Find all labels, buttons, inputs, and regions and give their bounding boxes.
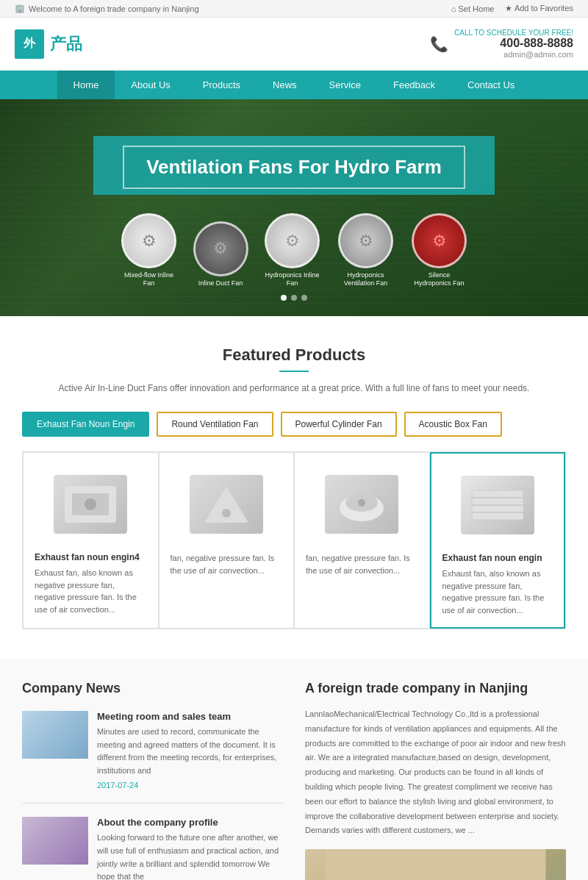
news-item-2: About the company profile Looking forwar… — [22, 817, 283, 880]
product-card-1: Exhaust fan noun engin4 Exhaust fan, als… — [23, 452, 159, 629]
news-title: Company News — [22, 681, 283, 696]
logo-icon-box: 外 — [15, 29, 44, 59]
product-img-4 — [442, 465, 553, 545]
product-label-1: Mixed-flow Inline Fan — [120, 271, 179, 287]
hero-title-border: Ventilation Fans For Hydro Farm — [123, 146, 465, 189]
email-address: admin@admin.com — [454, 50, 573, 59]
news-thumb-2 — [22, 817, 88, 865]
welcome-text: Welcome to A foreign trade company in Na… — [29, 4, 199, 13]
news-item-title-1: Meeting room and sales team — [97, 711, 283, 722]
hero-dot-3[interactable] — [301, 295, 307, 301]
product-img-3 — [306, 464, 418, 545]
home-icon: ⌂ — [451, 4, 456, 13]
product-desc-2: fan, negative pressure fan. Is the use o… — [171, 552, 283, 576]
product-card-2: fan, negative pressure fan. Is the use o… — [159, 452, 295, 629]
main-nav: Home About Us Products News Service Feed… — [0, 71, 588, 99]
nav-products[interactable]: Products — [187, 71, 257, 99]
logo-text: 产品 — [50, 33, 82, 55]
hero-title-box: Ventilation Fans For Hydro Farm — [93, 136, 495, 195]
svg-point-2 — [85, 498, 96, 510]
hero-product-4: ⚙ Hydroponics Ventilation Fan — [337, 213, 395, 287]
hero-product-5: ⚙ Silence Hydroponics Fan — [410, 213, 469, 287]
news-content-1: Meeting room and sales team Minutes are … — [97, 711, 283, 790]
product-circle-3: ⚙ — [265, 213, 320, 268]
product-label-3: Hydroponics Inline Fan — [263, 271, 322, 287]
fan-img-3 — [325, 475, 398, 534]
news-item-1: Meeting room and sales team Minutes are … — [22, 711, 283, 804]
hero-banner: Ventilation Fans For Hydro Farm ⚙ Mixed-… — [0, 99, 588, 316]
top-bar-actions: ⌂ Set Home ★ Add to Favorites — [451, 4, 573, 13]
add-favorites-link[interactable]: ★ Add to Favorites — [505, 4, 573, 13]
svg-rect-12 — [326, 849, 546, 880]
product-desc-3: fan, negative pressure fan. Is the use o… — [306, 552, 418, 576]
product-circle-5: ⚙ — [412, 213, 467, 268]
info-icon: 🏢 — [15, 4, 25, 13]
news-item-desc-2: Looking forward to the future one after … — [97, 831, 283, 880]
product-img-1 — [35, 464, 147, 545]
product-img-2 — [171, 464, 283, 545]
product-desc-1: Exhaust fan, also known as negative pres… — [35, 567, 147, 615]
logo-char: 外 — [24, 36, 35, 51]
news-item-desc-1: Minutes are used to record, communicate … — [97, 726, 283, 777]
news-item-title-2: About the company profile — [97, 817, 283, 828]
news-date-1: 2017-07-24 — [97, 781, 283, 790]
tab-round-ventilation[interactable]: Round Ventilation Fan — [157, 412, 273, 437]
header: 外 产品 📞 CALL TO SCHEDULE YOUR FREE! 400-8… — [0, 18, 588, 71]
featured-desc: Active Air In-Line Duct Fans offer innov… — [22, 383, 566, 393]
fan-img-4 — [461, 476, 534, 534]
news-thumb-1 — [22, 711, 88, 759]
star-icon: ★ — [505, 4, 512, 12]
product-card-3: fan, negative pressure fan. Is the use o… — [294, 452, 430, 629]
top-bar-welcome: 🏢 Welcome to A foreign trade company in … — [15, 4, 199, 13]
product-name-1: Exhaust fan noun engin4 — [35, 552, 147, 562]
fan-img-2 — [190, 475, 263, 534]
nav-news[interactable]: News — [257, 71, 313, 99]
nav-feedback[interactable]: Feedback — [377, 71, 451, 99]
product-label-4: Hydroponics Ventilation Fan — [337, 271, 395, 287]
company-desc: LannlaoMechanical/Electrical Technology … — [305, 707, 566, 838]
hero-product-3: ⚙ Hydroponics Inline Fan — [263, 213, 322, 287]
hero-title: Ventilation Fans For Hydro Farm — [146, 156, 442, 179]
news-section: Company News Meeting room and sales team… — [22, 681, 283, 880]
nav-about[interactable]: About Us — [115, 71, 186, 99]
header-contact: 📞 CALL TO SCHEDULE YOUR FREE! 400-888-88… — [430, 29, 573, 59]
product-circle-1: ⚙ — [121, 213, 176, 268]
hero-dot-2[interactable] — [291, 295, 297, 301]
product-label-5: Silence Hydroponics Fan — [410, 271, 469, 287]
nav-home[interactable]: Home — [57, 71, 115, 99]
product-desc-4: Exhaust fan, also known as negative pres… — [442, 568, 553, 616]
title-underline — [279, 371, 309, 372]
featured-title: Featured Products — [22, 346, 566, 365]
product-label-2: Inline Duct Fan — [198, 279, 243, 287]
product-name-4: Exhaust fan noun engin — [442, 553, 553, 563]
call-label: CALL TO SCHEDULE YOUR FREE! — [454, 29, 573, 37]
news-content-2: About the company profile Looking forwar… — [97, 817, 283, 880]
phone-icon: 📞 — [430, 35, 448, 53]
svg-point-7 — [358, 499, 365, 507]
product-circle-2: ⚙ — [193, 221, 248, 276]
tab-powerful-cylinder[interactable]: Powerful Cylinder Fan — [281, 412, 397, 437]
tab-acoustic-box[interactable]: Acoustic Box Fan — [404, 412, 502, 437]
logo: 外 产品 — [15, 29, 82, 59]
svg-point-4 — [222, 509, 231, 518]
hero-dot-1[interactable] — [281, 295, 287, 301]
fan-img-1 — [54, 475, 127, 534]
hero-products: ⚙ Mixed-flow Inline Fan ⚙ Inline Duct Fa… — [120, 213, 469, 287]
nav-contact[interactable]: Contact Us — [451, 71, 531, 99]
set-home-link[interactable]: ⌂ Set Home — [451, 4, 495, 13]
product-tabs: Exhaust Fan Noun Engin Round Ventilation… — [22, 412, 566, 437]
product-grid: Exhaust fan noun engin4 Exhaust fan, als… — [22, 451, 566, 629]
top-bar: 🏢 Welcome to A foreign trade company in … — [0, 0, 588, 18]
product-card-4: Exhaust fan noun engin Exhaust fan, also… — [430, 452, 566, 629]
hero-dots — [281, 295, 307, 301]
hero-product-2: ⚙ Inline Duct Fan — [193, 221, 248, 287]
two-col-section: Company News Meeting room and sales team… — [0, 659, 588, 880]
nav-service[interactable]: Service — [313, 71, 377, 99]
company-title: A foreign trade company in Nanjing — [305, 681, 566, 696]
phone-number: 400-888-8888 — [454, 37, 573, 50]
company-section: A foreign trade company in Nanjing Lannl… — [305, 681, 566, 880]
product-circle-4: ⚙ — [338, 213, 393, 268]
featured-products-section: Featured Products Active Air In-Line Duc… — [0, 316, 588, 659]
tab-exhaust-fan[interactable]: Exhaust Fan Noun Engin — [22, 412, 149, 437]
company-image — [305, 849, 566, 880]
